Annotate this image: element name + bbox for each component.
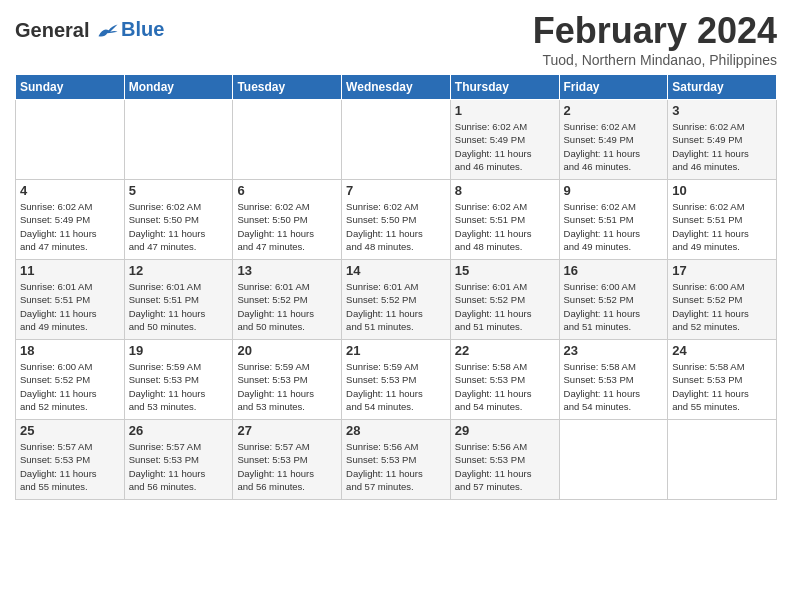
col-header-thursday: Thursday bbox=[450, 75, 559, 100]
day-info: Sunrise: 6:02 AM Sunset: 5:49 PM Dayligh… bbox=[20, 200, 120, 253]
calendar-cell: 11Sunrise: 6:01 AM Sunset: 5:51 PM Dayli… bbox=[16, 260, 125, 340]
day-info: Sunrise: 6:01 AM Sunset: 5:52 PM Dayligh… bbox=[346, 280, 446, 333]
col-header-tuesday: Tuesday bbox=[233, 75, 342, 100]
day-number: 23 bbox=[564, 343, 664, 358]
day-number: 19 bbox=[129, 343, 229, 358]
col-header-sunday: Sunday bbox=[16, 75, 125, 100]
calendar-cell: 7Sunrise: 6:02 AM Sunset: 5:50 PM Daylig… bbox=[342, 180, 451, 260]
day-info: Sunrise: 6:02 AM Sunset: 5:51 PM Dayligh… bbox=[564, 200, 664, 253]
day-number: 25 bbox=[20, 423, 120, 438]
day-info: Sunrise: 6:01 AM Sunset: 5:51 PM Dayligh… bbox=[20, 280, 120, 333]
day-number: 17 bbox=[672, 263, 772, 278]
location-subtitle: Tuod, Northern Mindanao, Philippines bbox=[533, 52, 777, 68]
logo: General Blue bbox=[15, 18, 164, 41]
calendar-cell: 2Sunrise: 6:02 AM Sunset: 5:49 PM Daylig… bbox=[559, 100, 668, 180]
day-info: Sunrise: 5:56 AM Sunset: 5:53 PM Dayligh… bbox=[346, 440, 446, 493]
calendar-cell: 14Sunrise: 6:01 AM Sunset: 5:52 PM Dayli… bbox=[342, 260, 451, 340]
day-number: 27 bbox=[237, 423, 337, 438]
calendar-week-row: 25Sunrise: 5:57 AM Sunset: 5:53 PM Dayli… bbox=[16, 420, 777, 500]
day-number: 24 bbox=[672, 343, 772, 358]
calendar-cell: 9Sunrise: 6:02 AM Sunset: 5:51 PM Daylig… bbox=[559, 180, 668, 260]
day-number: 16 bbox=[564, 263, 664, 278]
day-number: 11 bbox=[20, 263, 120, 278]
calendar-week-row: 1Sunrise: 6:02 AM Sunset: 5:49 PM Daylig… bbox=[16, 100, 777, 180]
calendar-cell: 22Sunrise: 5:58 AM Sunset: 5:53 PM Dayli… bbox=[450, 340, 559, 420]
day-info: Sunrise: 6:02 AM Sunset: 5:49 PM Dayligh… bbox=[564, 120, 664, 173]
calendar-cell: 3Sunrise: 6:02 AM Sunset: 5:49 PM Daylig… bbox=[668, 100, 777, 180]
day-info: Sunrise: 6:02 AM Sunset: 5:50 PM Dayligh… bbox=[129, 200, 229, 253]
day-number: 21 bbox=[346, 343, 446, 358]
calendar-cell: 24Sunrise: 5:58 AM Sunset: 5:53 PM Dayli… bbox=[668, 340, 777, 420]
calendar-cell bbox=[559, 420, 668, 500]
calendar-cell: 4Sunrise: 6:02 AM Sunset: 5:49 PM Daylig… bbox=[16, 180, 125, 260]
day-number: 28 bbox=[346, 423, 446, 438]
calendar-cell: 10Sunrise: 6:02 AM Sunset: 5:51 PM Dayli… bbox=[668, 180, 777, 260]
day-info: Sunrise: 6:02 AM Sunset: 5:49 PM Dayligh… bbox=[672, 120, 772, 173]
calendar-header-row: SundayMondayTuesdayWednesdayThursdayFrid… bbox=[16, 75, 777, 100]
day-info: Sunrise: 5:59 AM Sunset: 5:53 PM Dayligh… bbox=[346, 360, 446, 413]
day-number: 3 bbox=[672, 103, 772, 118]
day-info: Sunrise: 6:00 AM Sunset: 5:52 PM Dayligh… bbox=[672, 280, 772, 333]
day-number: 15 bbox=[455, 263, 555, 278]
day-number: 4 bbox=[20, 183, 120, 198]
calendar-cell: 16Sunrise: 6:00 AM Sunset: 5:52 PM Dayli… bbox=[559, 260, 668, 340]
calendar-cell: 29Sunrise: 5:56 AM Sunset: 5:53 PM Dayli… bbox=[450, 420, 559, 500]
calendar-cell bbox=[124, 100, 233, 180]
day-number: 10 bbox=[672, 183, 772, 198]
calendar-cell: 1Sunrise: 6:02 AM Sunset: 5:49 PM Daylig… bbox=[450, 100, 559, 180]
calendar-cell: 19Sunrise: 5:59 AM Sunset: 5:53 PM Dayli… bbox=[124, 340, 233, 420]
day-number: 8 bbox=[455, 183, 555, 198]
day-info: Sunrise: 5:57 AM Sunset: 5:53 PM Dayligh… bbox=[20, 440, 120, 493]
day-number: 18 bbox=[20, 343, 120, 358]
day-number: 1 bbox=[455, 103, 555, 118]
day-info: Sunrise: 6:02 AM Sunset: 5:50 PM Dayligh… bbox=[237, 200, 337, 253]
day-info: Sunrise: 5:59 AM Sunset: 5:53 PM Dayligh… bbox=[129, 360, 229, 413]
day-info: Sunrise: 6:02 AM Sunset: 5:50 PM Dayligh… bbox=[346, 200, 446, 253]
day-info: Sunrise: 5:58 AM Sunset: 5:53 PM Dayligh… bbox=[455, 360, 555, 413]
calendar-cell: 15Sunrise: 6:01 AM Sunset: 5:52 PM Dayli… bbox=[450, 260, 559, 340]
day-number: 13 bbox=[237, 263, 337, 278]
col-header-saturday: Saturday bbox=[668, 75, 777, 100]
calendar-cell: 27Sunrise: 5:57 AM Sunset: 5:53 PM Dayli… bbox=[233, 420, 342, 500]
calendar-week-row: 4Sunrise: 6:02 AM Sunset: 5:49 PM Daylig… bbox=[16, 180, 777, 260]
day-number: 22 bbox=[455, 343, 555, 358]
calendar-cell bbox=[233, 100, 342, 180]
calendar-cell bbox=[16, 100, 125, 180]
logo-line2: Blue bbox=[121, 18, 164, 41]
calendar-week-row: 18Sunrise: 6:00 AM Sunset: 5:52 PM Dayli… bbox=[16, 340, 777, 420]
day-number: 2 bbox=[564, 103, 664, 118]
calendar-cell: 18Sunrise: 6:00 AM Sunset: 5:52 PM Dayli… bbox=[16, 340, 125, 420]
logo-line1: General bbox=[15, 19, 89, 41]
day-info: Sunrise: 6:01 AM Sunset: 5:52 PM Dayligh… bbox=[455, 280, 555, 333]
calendar-cell: 5Sunrise: 6:02 AM Sunset: 5:50 PM Daylig… bbox=[124, 180, 233, 260]
col-header-wednesday: Wednesday bbox=[342, 75, 451, 100]
col-header-monday: Monday bbox=[124, 75, 233, 100]
calendar-cell: 17Sunrise: 6:00 AM Sunset: 5:52 PM Dayli… bbox=[668, 260, 777, 340]
day-number: 9 bbox=[564, 183, 664, 198]
day-info: Sunrise: 5:58 AM Sunset: 5:53 PM Dayligh… bbox=[672, 360, 772, 413]
calendar-table: SundayMondayTuesdayWednesdayThursdayFrid… bbox=[15, 74, 777, 500]
day-info: Sunrise: 6:02 AM Sunset: 5:51 PM Dayligh… bbox=[672, 200, 772, 253]
day-info: Sunrise: 6:01 AM Sunset: 5:52 PM Dayligh… bbox=[237, 280, 337, 333]
calendar-cell bbox=[668, 420, 777, 500]
day-number: 29 bbox=[455, 423, 555, 438]
calendar-week-row: 11Sunrise: 6:01 AM Sunset: 5:51 PM Dayli… bbox=[16, 260, 777, 340]
calendar-cell: 6Sunrise: 6:02 AM Sunset: 5:50 PM Daylig… bbox=[233, 180, 342, 260]
logo-bird-icon bbox=[97, 22, 119, 40]
day-number: 6 bbox=[237, 183, 337, 198]
day-info: Sunrise: 6:02 AM Sunset: 5:51 PM Dayligh… bbox=[455, 200, 555, 253]
day-info: Sunrise: 6:01 AM Sunset: 5:51 PM Dayligh… bbox=[129, 280, 229, 333]
day-number: 14 bbox=[346, 263, 446, 278]
day-info: Sunrise: 5:56 AM Sunset: 5:53 PM Dayligh… bbox=[455, 440, 555, 493]
title-block: February 2024 Tuod, Northern Mindanao, P… bbox=[533, 10, 777, 68]
day-info: Sunrise: 5:57 AM Sunset: 5:53 PM Dayligh… bbox=[237, 440, 337, 493]
day-number: 12 bbox=[129, 263, 229, 278]
month-year-title: February 2024 bbox=[533, 10, 777, 52]
calendar-cell bbox=[342, 100, 451, 180]
calendar-cell: 26Sunrise: 5:57 AM Sunset: 5:53 PM Dayli… bbox=[124, 420, 233, 500]
day-info: Sunrise: 6:00 AM Sunset: 5:52 PM Dayligh… bbox=[564, 280, 664, 333]
day-info: Sunrise: 6:02 AM Sunset: 5:49 PM Dayligh… bbox=[455, 120, 555, 173]
day-info: Sunrise: 5:58 AM Sunset: 5:53 PM Dayligh… bbox=[564, 360, 664, 413]
day-number: 7 bbox=[346, 183, 446, 198]
day-number: 20 bbox=[237, 343, 337, 358]
